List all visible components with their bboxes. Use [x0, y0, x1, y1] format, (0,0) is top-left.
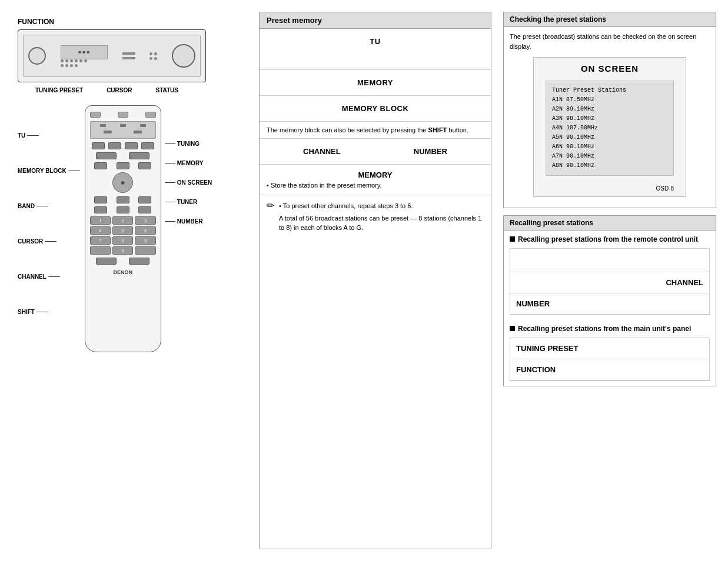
recall-row-function: FUNCTION [510, 359, 709, 380]
step-tu-label: TU [370, 37, 380, 46]
step-number-label: NUMBER [414, 147, 447, 156]
cursor-label: CURSOR [107, 87, 132, 94]
remote-brand-label: DENON [90, 269, 156, 275]
receiver-controls [61, 59, 108, 67]
remote-circle-button: ◉ [112, 172, 133, 193]
step-memory-section: MEMORY [260, 70, 491, 96]
on-screen-box: ON SCREEN Tuner Preset Stations A1N 87.5… [533, 57, 686, 197]
step-memory-block-section: MEMORY BLOCK [260, 96, 491, 122]
recalling-main-sub: Recalling preset stations from the main … [504, 320, 716, 386]
left-panel: FUNCTION ■ ■ ■ [12, 12, 253, 549]
step-channel-number: CHANNEL NUMBER [260, 139, 491, 165]
step-tu-section: TU [260, 29, 491, 70]
label-shift: SHIFT [18, 309, 80, 315]
status-label: STATUS [155, 87, 178, 94]
checking-desc: The preset (broadcast) stations can be c… [510, 32, 710, 51]
checking-section: Checking the preset stations The preset … [503, 12, 716, 208]
checking-header: Checking the preset stations [504, 12, 716, 27]
recalling-section: Recalling preset stations Recalling pres… [503, 215, 716, 386]
pencil-note: ✏ • To preset other channels, repeat ste… [260, 195, 491, 239]
recall-function-label: FUNCTION [516, 365, 556, 374]
remote-body: ◉ 1 2 3 4 5 6 [85, 105, 161, 352]
step-memory2: MEMORY • Store the station in the preset… [260, 165, 491, 195]
recalling-remote-sub: Recalling preset stations from the remot… [504, 231, 716, 320]
step-memory2-desc-text: Store the station in the preset memory. [271, 182, 382, 189]
recalling-main-title: Recalling preset stations from the main … [510, 325, 710, 333]
recall-row-number: NUMBER [510, 293, 709, 315]
recall-tuning-preset-label: TUNING PRESET [516, 344, 578, 353]
remote-labels-right: TUNING MEMORY ON SCREEN TUNER NUMBER [161, 105, 212, 352]
step-memory-label: MEMORY [357, 78, 393, 87]
pencil-icon: ✏ [267, 200, 274, 211]
receiver-knob-left [28, 47, 46, 65]
pencil-note1: To preset other channels, repeat steps 3… [283, 202, 413, 209]
receiver-knob-right [172, 44, 195, 68]
right-label-on-screen: ON SCREEN [165, 179, 212, 186]
receiver-illustration: ■ ■ ■ [18, 29, 206, 82]
recall-row-channel: CHANNEL [510, 272, 709, 293]
function-label: FUNCTION [18, 18, 247, 26]
on-screen-badge: OSD-8 [534, 182, 686, 196]
recall-channel-label: CHANNEL [666, 278, 703, 287]
note-text: The memory block can also be selected by… [267, 126, 426, 133]
right-panel: Checking the preset stations The preset … [497, 12, 716, 549]
receiver-labels: TUNING PRESET CURSOR STATUS [35, 87, 247, 94]
middle-header: Preset memory [260, 12, 491, 29]
recall-row-empty1 [510, 249, 709, 272]
middle-panel: Preset memory TU MEMORY MEMORY BLOCK The… [259, 12, 491, 549]
pencil-text: • To preset other channels, repeat steps… [279, 201, 484, 233]
on-screen-display: Tuner Preset Stations A1N 87.50MHz A2N 8… [546, 81, 674, 176]
label-cursor: CURSOR [18, 238, 80, 245]
remote-area: TU MEMORY BLOCK BAND CURSOR CHANNEL [18, 105, 247, 352]
step-memory2-desc: • Store the station in the preset memory… [267, 182, 484, 189]
tuning-preset-label: TUNING PRESET [35, 87, 83, 94]
recalling-header: Recalling preset stations [504, 216, 716, 231]
step-channel-label: CHANNEL [303, 147, 341, 156]
black-square-icon [510, 236, 515, 242]
step-memory-block-label: MEMORY BLOCK [342, 104, 409, 113]
on-screen-title: ON SCREEN [534, 58, 686, 81]
label-band: BAND [18, 203, 80, 209]
label-channel: CHANNEL [18, 273, 80, 280]
remote-labels-left: TU MEMORY BLOCK BAND CURSOR CHANNEL [18, 105, 85, 352]
recalling-main-table: TUNING PRESET FUNCTION [510, 338, 710, 381]
recalling-remote-title: Recalling preset stations from the remot… [510, 235, 710, 243]
checking-body: The preset (broadcast) stations can be c… [504, 27, 716, 208]
step-note: The memory block can also be selected by… [260, 122, 491, 139]
note-end: button. [448, 126, 468, 133]
receiver-display: ■ ■ ■ [61, 45, 108, 59]
right-label-number: NUMBER [165, 218, 212, 225]
label-memory-block: MEMORY BLOCK [18, 168, 80, 174]
pencil-note2: A total of 56 broadcast stations can be … [279, 215, 481, 232]
recall-number-label: NUMBER [516, 299, 550, 308]
recall-row-tuning-preset: TUNING PRESET [510, 338, 709, 359]
note-shift: SHIFT [428, 126, 447, 133]
right-label-tuner: TUNER [165, 199, 212, 205]
label-tu: TU [18, 132, 80, 139]
step-memory2-title: MEMORY [267, 171, 484, 179]
recalling-remote-table: CHANNEL NUMBER [510, 248, 710, 315]
remote-screen [90, 121, 156, 139]
black-square-icon-2 [510, 326, 515, 331]
right-label-tuning: TUNING [165, 141, 212, 147]
right-label-memory: MEMORY [165, 160, 212, 166]
